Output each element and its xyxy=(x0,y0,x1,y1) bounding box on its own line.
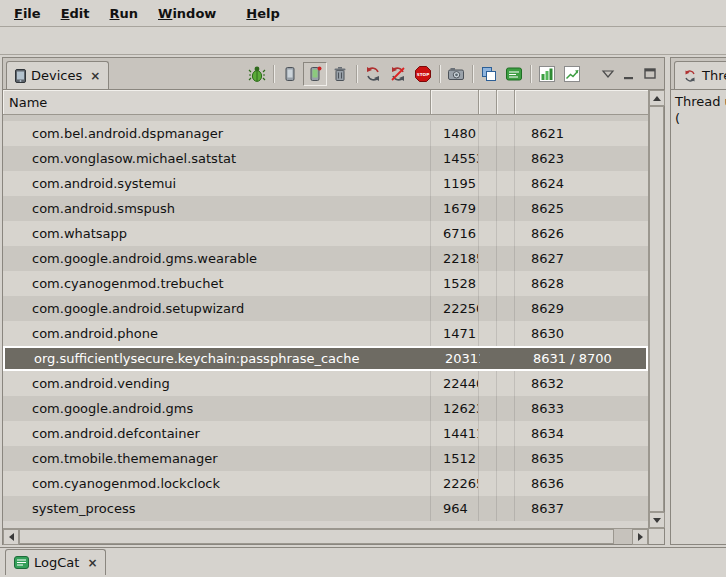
threads-panel: Threa Thread up ( xyxy=(670,57,726,545)
view-menu-icon[interactable] xyxy=(598,64,618,84)
table-row[interactable]: com.google.android.gms126238633 xyxy=(3,396,648,421)
screen-capture-icon[interactable] xyxy=(444,62,468,86)
arrow-down-icon xyxy=(653,518,661,523)
column-header-3[interactable] xyxy=(479,90,497,114)
vertical-scroll-track[interactable] xyxy=(649,106,664,512)
table-row[interactable]: com.cyanogenmod.lockclock222658636 xyxy=(3,471,648,496)
menu-window[interactable]: Window xyxy=(148,3,226,24)
cell-name: com.android.smspush xyxy=(3,196,431,221)
heap-updates-enabled-icon[interactable] xyxy=(303,62,327,86)
stop-process-icon[interactable]: STOP xyxy=(411,62,435,86)
table-row[interactable]: com.whatsapp67168626 xyxy=(3,221,648,246)
cell-c1 xyxy=(479,321,497,346)
menu-help[interactable]: Help xyxy=(236,3,289,24)
capture-systrace-icon[interactable] xyxy=(502,62,526,86)
cell-port: 8633 xyxy=(515,396,648,421)
vertical-scrollbar[interactable] xyxy=(648,90,664,528)
cell-pid: 22440 xyxy=(431,371,479,396)
toolbar-separator xyxy=(273,65,274,83)
arrow-up-icon xyxy=(653,96,661,101)
scroll-up-button[interactable] xyxy=(649,90,665,106)
threads-tab-bar: Threa xyxy=(671,58,726,90)
horizontal-scroll-thumb[interactable] xyxy=(19,529,614,544)
cell-name: com.google.android.gms xyxy=(3,396,431,421)
dump-view-hierarchy-icon[interactable] xyxy=(477,62,501,86)
tab-close-icon[interactable]: × xyxy=(90,69,100,83)
threads-status-line1: Thread up xyxy=(675,93,726,110)
cell-name: com.whatsapp xyxy=(3,221,431,246)
maximize-icon[interactable] xyxy=(640,64,660,84)
cell-name: com.vonglasow.michael.satstat xyxy=(3,146,431,171)
cell-c2 xyxy=(497,146,515,171)
scroll-down-button[interactable] xyxy=(649,512,665,528)
cell-port: 8625 xyxy=(515,196,648,221)
table-row[interactable]: com.android.systemui11958624 xyxy=(3,171,648,196)
cell-c2 xyxy=(499,348,517,369)
cell-port: 8628 xyxy=(515,271,648,296)
table-row[interactable]: com.android.defcontainer144118634 xyxy=(3,421,648,446)
cell-pid: 14411 xyxy=(431,421,479,446)
cell-c1 xyxy=(479,421,497,446)
device-phone-icon xyxy=(15,69,26,83)
svg-text:STOP: STOP xyxy=(417,71,430,76)
table-row[interactable]: com.cyanogenmod.trebuchet15288628 xyxy=(3,271,648,296)
cell-c1 xyxy=(479,496,497,521)
cell-port: 8632 xyxy=(515,371,648,396)
scrollbar-corner xyxy=(648,528,664,544)
cell-pid: 964 xyxy=(431,496,479,521)
cell-name: com.android.phone xyxy=(3,321,431,346)
table-row[interactable]: com.google.android.setupwizard222508629 xyxy=(3,296,648,321)
tab-logcat[interactable]: LogCat × xyxy=(5,549,106,575)
cell-c2 xyxy=(497,421,515,446)
table-row[interactable]: com.android.vending224408632 xyxy=(3,371,648,396)
table-row[interactable]: system_process9648637 xyxy=(3,496,648,521)
tab-close-icon[interactable]: × xyxy=(87,556,97,570)
cell-pid: 1528 xyxy=(431,271,479,296)
menubar-items: FileEditRunWindowHelp xyxy=(4,3,290,24)
cell-c1 xyxy=(479,471,497,496)
heap-stats-icon[interactable] xyxy=(535,62,559,86)
cell-c2 xyxy=(497,296,515,321)
table-row[interactable]: com.vonglasow.michael.satstat145538623 xyxy=(3,146,648,171)
debug-process-icon[interactable] xyxy=(245,62,269,86)
stop-method-profiling-icon[interactable] xyxy=(386,62,410,86)
cell-port: 8635 xyxy=(515,446,648,471)
tab-threads[interactable]: Threa xyxy=(674,61,726,89)
table-row[interactable]: org.sufficientlysecure.keychain:passphra… xyxy=(3,346,648,371)
tab-devices[interactable]: Devices × xyxy=(6,61,109,89)
table-row[interactable]: com.android.phone14718630 xyxy=(3,321,648,346)
minimize-icon[interactable] xyxy=(619,64,639,84)
cell-port: 8636 xyxy=(515,471,648,496)
menu-run[interactable]: Run xyxy=(100,3,149,24)
column-header-pid[interactable] xyxy=(431,90,479,114)
cell-c1 xyxy=(479,396,497,421)
table-row[interactable]: com.bel.android.dspmanager14808621 xyxy=(3,121,648,146)
horizontal-scrollbar[interactable] xyxy=(3,528,648,544)
table-row[interactable]: com.android.smspush16798625 xyxy=(3,196,648,221)
table-row[interactable]: com.google.android.gms.wearable221858627 xyxy=(3,246,648,271)
column-header-port[interactable] xyxy=(515,90,648,114)
scroll-left-button[interactable] xyxy=(3,529,19,545)
cell-c1 xyxy=(479,221,497,246)
menu-file[interactable]: File xyxy=(4,3,51,24)
cell-c2 xyxy=(497,371,515,396)
cell-c1 xyxy=(479,246,497,271)
update-threads-icon[interactable] xyxy=(361,62,385,86)
column-header-4[interactable] xyxy=(497,90,515,114)
cell-c2 xyxy=(497,396,515,421)
horizontal-scroll-track[interactable] xyxy=(19,529,632,544)
menu-edit[interactable]: Edit xyxy=(51,3,100,24)
cell-c1 xyxy=(481,348,499,369)
cell-name: com.android.vending xyxy=(3,371,431,396)
network-stats-icon[interactable] xyxy=(560,62,584,86)
update-heap-icon[interactable] xyxy=(278,62,302,86)
cause-gc-icon[interactable] xyxy=(328,62,352,86)
scroll-right-button[interactable] xyxy=(632,529,648,545)
cell-c2 xyxy=(497,446,515,471)
table-row[interactable]: com.tmobile.thememanager15128635 xyxy=(3,446,648,471)
cell-c2 xyxy=(497,121,515,146)
vertical-scroll-thumb[interactable] xyxy=(649,106,664,512)
column-header-name[interactable]: Name xyxy=(3,90,431,114)
cell-name: com.cyanogenmod.trebuchet xyxy=(3,271,431,296)
toolbar-separator xyxy=(530,65,531,83)
